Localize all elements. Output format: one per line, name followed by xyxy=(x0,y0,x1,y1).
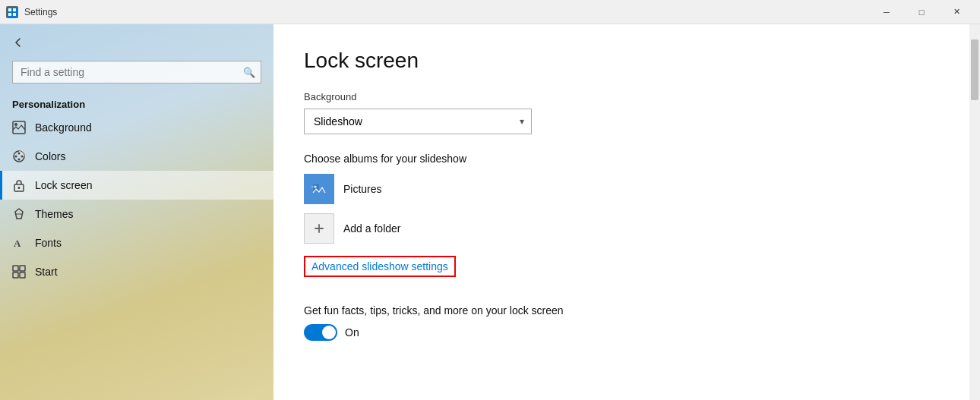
album-name-add: Add a folder xyxy=(343,222,401,235)
search-input[interactable] xyxy=(12,61,261,83)
sidebar-item-label-start: Start xyxy=(35,266,58,278)
svg-point-6 xyxy=(14,123,17,126)
advanced-slideshow-link[interactable]: Advanced slideshow settings xyxy=(304,256,456,277)
svg-rect-16 xyxy=(13,266,18,271)
svg-point-10 xyxy=(18,159,21,161)
sidebar-section-title: Personalization xyxy=(0,90,273,113)
album-name-pictures: Pictures xyxy=(343,183,382,195)
svg-rect-4 xyxy=(13,13,16,16)
sidebar-item-fonts[interactable]: A Fonts xyxy=(0,228,273,257)
start-icon xyxy=(12,265,26,279)
add-folder-thumb xyxy=(304,213,334,244)
svg-point-8 xyxy=(18,153,21,155)
colors-icon xyxy=(12,150,26,163)
svg-point-9 xyxy=(21,156,24,158)
toggle-row: On xyxy=(304,324,939,341)
window-controls: ─ □ ✕ xyxy=(869,0,974,24)
svg-rect-19 xyxy=(20,272,25,278)
page-title: Lock screen xyxy=(304,49,939,73)
svg-rect-17 xyxy=(20,266,25,271)
app-body: 🔍 Personalization Background xyxy=(0,24,980,400)
toggle-knob xyxy=(322,326,336,339)
scrollbar-thumb[interactable] xyxy=(971,39,978,100)
background-icon xyxy=(12,121,26,134)
maximize-button[interactable]: □ xyxy=(904,0,939,24)
close-button[interactable]: ✕ xyxy=(939,0,974,24)
sidebar-item-label-themes: Themes xyxy=(35,208,74,220)
pictures-thumb xyxy=(304,174,334,204)
background-dropdown[interactable]: Slideshow Picture Windows spotlight xyxy=(304,109,532,134)
fun-facts-toggle[interactable] xyxy=(304,324,337,341)
svg-text:A: A xyxy=(14,238,21,249)
sidebar-item-label-lock-screen: Lock screen xyxy=(35,179,92,191)
sidebar-item-label-background: Background xyxy=(35,121,92,134)
minimize-button[interactable]: ─ xyxy=(869,0,904,24)
app-icon xyxy=(6,6,18,18)
back-arrow-icon xyxy=(12,36,24,49)
svg-rect-1 xyxy=(8,8,11,11)
back-button[interactable] xyxy=(0,30,273,55)
sidebar-item-lock-screen[interactable]: Lock screen xyxy=(0,171,273,200)
album-add-folder[interactable]: Add a folder xyxy=(304,213,939,244)
background-label: Background xyxy=(304,91,939,102)
lock-icon xyxy=(12,178,26,192)
titlebar: Settings ─ □ ✕ xyxy=(0,0,980,24)
sidebar-item-start[interactable]: Start xyxy=(0,257,273,286)
toggle-label: On xyxy=(345,326,359,339)
search-icon: 🔍 xyxy=(243,67,255,78)
svg-rect-23 xyxy=(311,186,317,187)
themes-icon xyxy=(12,207,26,221)
slideshow-label: Choose albums for your slideshow xyxy=(304,153,939,165)
svg-point-13 xyxy=(18,187,21,189)
content-area: Lock screen Background Slideshow Picture… xyxy=(273,24,969,400)
sidebar-item-themes[interactable]: Themes xyxy=(0,200,273,228)
sidebar-item-label-colors: Colors xyxy=(35,150,65,162)
fonts-icon: A xyxy=(12,236,26,250)
sidebar-item-colors[interactable]: Colors xyxy=(0,142,273,171)
album-pictures[interactable]: Pictures xyxy=(304,174,939,204)
svg-rect-3 xyxy=(8,13,11,16)
scrollbar-track[interactable] xyxy=(969,24,980,400)
svg-rect-18 xyxy=(13,272,18,278)
background-dropdown-wrapper: Slideshow Picture Windows spotlight ▾ xyxy=(304,109,532,134)
window-title: Settings xyxy=(24,7,869,17)
search-container: 🔍 xyxy=(12,61,261,83)
sidebar: 🔍 Personalization Background xyxy=(0,24,273,400)
svg-point-11 xyxy=(15,156,17,158)
fun-facts-label: Get fun facts, tips, tricks, and more on… xyxy=(304,304,939,317)
svg-rect-2 xyxy=(13,8,16,11)
sidebar-item-background[interactable]: Background xyxy=(0,113,273,142)
sidebar-item-label-fonts: Fonts xyxy=(35,237,62,249)
